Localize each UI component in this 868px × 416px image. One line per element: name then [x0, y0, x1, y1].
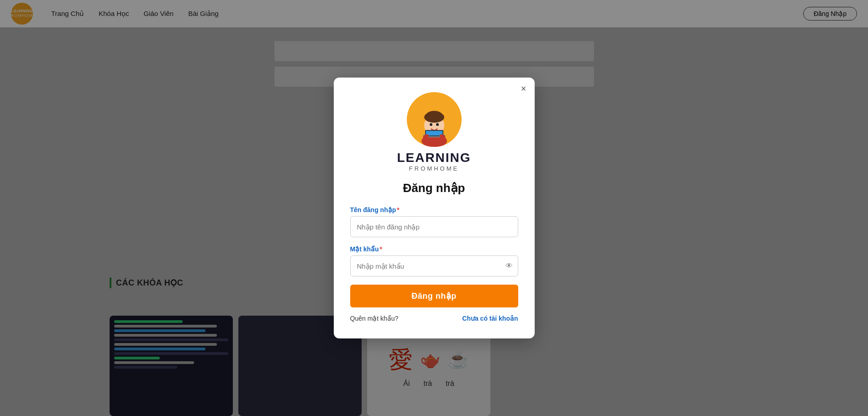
modal-title: Đăng nhập	[350, 181, 518, 195]
modal-overlay: ×	[0, 0, 868, 416]
password-input-wrapper: 👁	[350, 255, 518, 276]
logo-circle	[407, 92, 462, 147]
forgot-password-link[interactable]: Quên mật khẩu?	[350, 315, 399, 322]
username-group: Tên đăng nhập*	[350, 206, 518, 237]
svg-point-5	[436, 123, 439, 126]
password-input[interactable]	[350, 255, 518, 276]
password-label: Mật khẩu*	[350, 245, 518, 253]
password-group: Mật khẩu* 👁	[350, 245, 518, 276]
mascot-svg	[411, 99, 457, 147]
modal-close-button[interactable]: ×	[521, 84, 526, 93]
svg-point-4	[430, 123, 432, 126]
svg-point-3	[426, 111, 442, 120]
login-submit-button[interactable]: Đăng nhập	[350, 285, 518, 307]
login-modal: ×	[334, 78, 535, 338]
modal-logo: LEARNING FROMHOME	[350, 92, 518, 172]
logo-brand-sub: FROMHOME	[409, 165, 459, 172]
modal-footer: Quên mật khẩu? Chưa có tài khoản	[350, 315, 518, 322]
username-label: Tên đăng nhập*	[350, 206, 518, 213]
no-account-link[interactable]: Chưa có tài khoản	[462, 315, 518, 322]
username-input[interactable]	[350, 216, 518, 237]
toggle-password-icon[interactable]: 👁	[505, 262, 513, 270]
logo-brand-name: LEARNING	[397, 151, 471, 164]
